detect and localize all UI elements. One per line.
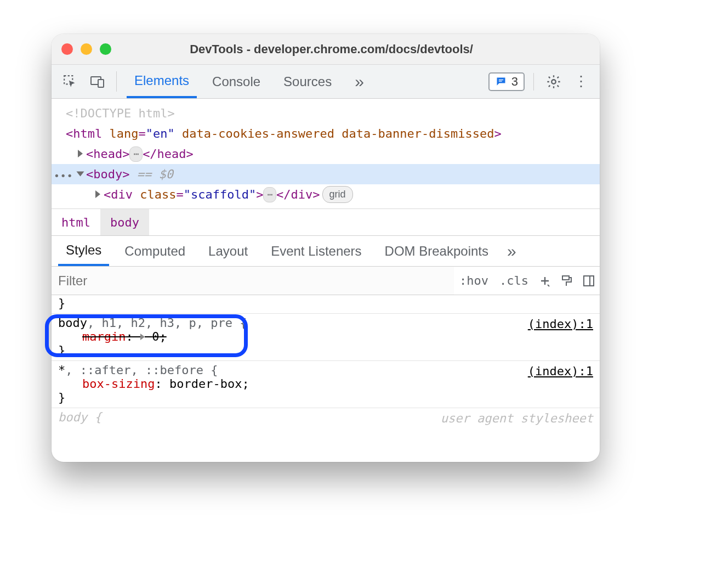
device-toolbar-icon[interactable]	[86, 65, 110, 98]
selector-rest: , h1, h2, h3, p, pre {	[87, 316, 247, 330]
paint-format-icon[interactable]	[556, 274, 578, 287]
svg-rect-2	[98, 80, 104, 87]
tag-body: <body>	[86, 167, 129, 181]
styles-pane: } (index):1 body, h1, h2, h3, p, pre { m…	[52, 295, 600, 462]
tag-end: >	[256, 188, 263, 201]
attr-name: class	[256, 208, 292, 208]
hover-toggle[interactable]: :hov	[454, 274, 494, 287]
selector-match: body	[58, 316, 87, 330]
window-title: DevTools - developer.chrome.com/docs/dev…	[73, 42, 590, 57]
style-rule-body[interactable]: (index):1 body, h1, h2, h3, p, pre { mar…	[52, 314, 600, 361]
title-url: developer.chrome.com/docs/devtools/	[254, 42, 473, 56]
issues-count: 3	[511, 75, 518, 89]
brace-close: }	[58, 391, 593, 404]
css-property-value: 0	[152, 330, 159, 343]
value-expand-icon[interactable]	[140, 334, 145, 340]
rule-fragment-close[interactable]: }	[52, 295, 600, 314]
dom-html-open[interactable]: <html lang="en" data-cookies-answered da…	[52, 123, 600, 144]
collapsed-pill[interactable]: ⋯	[129, 146, 143, 162]
dom-head[interactable]: <head>⋯</head>	[52, 144, 600, 164]
attr-rest: data-cookies-answered data-banner-dismis…	[175, 127, 494, 140]
inspect-element-icon[interactable]	[58, 65, 82, 98]
grid-badge[interactable]: grid	[322, 186, 353, 203]
subtabs-overflow-icon[interactable]: »	[504, 236, 520, 266]
svg-rect-4	[499, 81, 502, 81]
brace-close: }	[58, 343, 593, 357]
new-rule-icon[interactable]	[534, 274, 556, 287]
dom-doctype[interactable]: <!DOCTYPE html>	[52, 103, 600, 123]
toolbar-right: 3 ⋮	[488, 65, 595, 98]
brace-close: }	[58, 296, 593, 310]
toolbar-separator	[533, 73, 534, 91]
tag-div-close: </div>	[276, 188, 320, 201]
attr-value: "en"	[146, 127, 175, 140]
subtab-computed[interactable]: Computed	[117, 236, 193, 266]
sidebar-tabs: Styles Computed Layout Event Listeners D…	[52, 236, 600, 267]
style-rule-universal[interactable]: (index):1 *, ::after, ::before { box-siz…	[52, 361, 600, 408]
svg-rect-3	[499, 79, 503, 80]
dom-tree[interactable]: <!DOCTYPE html> <html lang="en" data-coo…	[52, 99, 600, 208]
collapse-icon[interactable]	[77, 172, 84, 177]
kebab-menu-icon[interactable]: ⋮	[570, 71, 592, 93]
source-link[interactable]: (index):1	[528, 317, 593, 331]
close-window-button[interactable]	[61, 43, 73, 55]
issues-badge[interactable]: 3	[488, 72, 525, 91]
expand-icon[interactable]	[78, 150, 83, 157]
panel-tabs: Elements Console Sources »	[123, 65, 485, 98]
crumb-html[interactable]: html	[52, 209, 100, 235]
tag-end: >	[494, 127, 502, 140]
css-declaration[interactable]: margin: 0;	[58, 330, 593, 343]
source-link[interactable]: (index):1	[528, 364, 593, 378]
dom-announcement-banner[interactable]: <announcement-banner class="cookie-banne…	[52, 205, 600, 208]
chat-icon	[495, 76, 507, 87]
devtools-window: DevTools - developer.chrome.com/docs/dev…	[52, 34, 600, 462]
collapsed-pill[interactable]: ⋯	[263, 187, 276, 202]
crumb-body[interactable]: body	[100, 209, 149, 235]
tabs-overflow-icon[interactable]: »	[347, 65, 372, 98]
toolbar-separator	[116, 71, 117, 92]
dom-breadcrumbs: html body	[52, 208, 600, 236]
svg-rect-7	[584, 276, 594, 286]
title-prefix: DevTools -	[190, 42, 254, 56]
tab-console[interactable]: Console	[204, 65, 268, 98]
svg-rect-6	[562, 276, 569, 280]
tag-html: <html	[66, 127, 109, 140]
attr-name: class	[140, 188, 176, 201]
console-ref: == $0	[129, 167, 173, 181]
computed-sidebar-icon[interactable]	[578, 274, 600, 287]
subtab-dom-breakpoints[interactable]: DOM Breakpoints	[377, 236, 496, 266]
tab-elements[interactable]: Elements	[127, 65, 197, 98]
cls-toggle[interactable]: .cls	[494, 274, 534, 287]
dom-body-selected[interactable]: ••• <body> == $0	[52, 164, 600, 184]
styles-filter-input[interactable]	[52, 267, 454, 295]
tag-head-close: </head>	[143, 147, 194, 161]
selector[interactable]: *, ::after, ::before {	[58, 363, 593, 377]
expand-icon[interactable]	[95, 190, 100, 198]
tag-head: <head>	[86, 147, 129, 161]
main-toolbar: Elements Console Sources » 3 ⋮	[52, 65, 600, 99]
attr-value: "cookie-banner hairline-top"	[300, 208, 503, 208]
subtab-layout[interactable]: Layout	[201, 236, 255, 266]
styles-toolbar: :hov .cls	[52, 267, 600, 295]
attr-value: "scaffold"	[184, 188, 256, 201]
dom-div-scaffold[interactable]: <div class="scaffold">⋯</div>grid	[52, 184, 600, 205]
css-property-name: box-sizing	[82, 377, 155, 391]
selection-ellipsis-icon: •••	[54, 168, 73, 183]
style-rule-ua[interactable]: user agent stylesheet body {	[52, 408, 600, 427]
subtab-styles[interactable]: Styles	[58, 236, 109, 266]
attr-name: lang	[109, 127, 138, 140]
titlebar: DevTools - developer.chrome.com/docs/dev…	[52, 34, 600, 65]
tab-sources[interactable]: Sources	[276, 65, 339, 98]
tag-div: <div	[104, 188, 140, 201]
settings-icon[interactable]	[543, 71, 565, 93]
css-property-name: margin	[82, 330, 126, 343]
css-property-value: border-box	[169, 377, 242, 391]
tag-ab: <announcement-banner	[104, 208, 256, 208]
svg-point-5	[551, 80, 555, 83]
selector[interactable]: body, h1, h2, h3, p, pre {	[58, 316, 593, 330]
subtab-event-listeners[interactable]: Event Listeners	[263, 236, 369, 266]
source-link-ua[interactable]: user agent stylesheet	[441, 411, 593, 425]
css-declaration[interactable]: box-sizing: border-box;	[58, 377, 593, 391]
